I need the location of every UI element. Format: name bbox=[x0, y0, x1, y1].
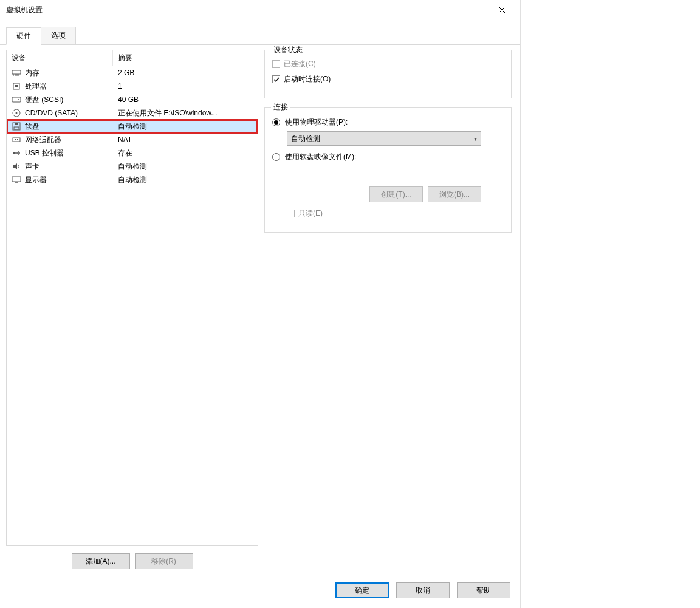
tab-options[interactable]: 选项 bbox=[41, 27, 76, 44]
device-name: 硬盘 (SCSI) bbox=[25, 95, 63, 105]
svg-rect-16 bbox=[13, 138, 20, 142]
svg-point-10 bbox=[18, 99, 19, 100]
device-row[interactable]: 网络适配器NAT bbox=[7, 133, 258, 146]
chevron-down-icon: ▾ bbox=[474, 135, 477, 142]
footer-buttons: 确定 取消 帮助 bbox=[0, 576, 520, 608]
svg-rect-17 bbox=[15, 139, 16, 140]
use-image-radio[interactable] bbox=[272, 153, 280, 161]
hdd-icon bbox=[12, 95, 21, 104]
device-name: USB 控制器 bbox=[25, 148, 64, 159]
svg-rect-24 bbox=[12, 177, 21, 182]
device-row[interactable]: 内存2 GB bbox=[7, 66, 258, 80]
device-list: 设备 摘要 内存2 GB处理器1硬盘 (SCSI)40 GBCD/DVD (SA… bbox=[6, 50, 258, 546]
check-icon bbox=[273, 77, 280, 83]
connection-group: 连接 使用物理驱动器(P): 自动检测 ▾ 使用软盘映像文件(M): 创建(T)… bbox=[264, 107, 512, 233]
memory-icon bbox=[12, 69, 21, 77]
device-summary: 自动检测 bbox=[113, 121, 258, 132]
device-name: 内存 bbox=[25, 68, 39, 78]
device-row[interactable]: 硬盘 (SCSI)40 GB bbox=[7, 93, 258, 106]
connected-checkbox bbox=[272, 60, 280, 68]
device-summary: 1 bbox=[113, 82, 258, 91]
connect-on-start-checkbox[interactable] bbox=[272, 75, 280, 83]
ok-button[interactable]: 确定 bbox=[335, 582, 389, 598]
device-row[interactable]: 显示器自动检测 bbox=[7, 173, 258, 186]
device-summary: 2 GB bbox=[113, 69, 258, 77]
device-row[interactable]: USB 控制器存在 bbox=[7, 146, 258, 160]
svg-rect-2 bbox=[12, 70, 21, 74]
device-summary: 自动检测 bbox=[113, 175, 258, 185]
floppy-icon bbox=[12, 122, 21, 131]
use-image-label: 使用软盘映像文件(M): bbox=[285, 152, 356, 162]
device-summary: NAT bbox=[113, 135, 258, 144]
vm-settings-window: 虚拟机设置 硬件 选项 设备 摘要 内存2 GB处理器1硬盘 (SCSI)40 … bbox=[0, 0, 521, 608]
device-summary: 正在使用文件 E:\ISO\window... bbox=[113, 108, 258, 118]
device-summary: 存在 bbox=[113, 148, 258, 159]
svg-rect-15 bbox=[14, 127, 19, 129]
display-icon bbox=[12, 176, 21, 184]
cancel-button[interactable]: 取消 bbox=[396, 582, 450, 598]
sound-icon bbox=[12, 162, 21, 171]
device-status-legend: 设备状态 bbox=[271, 45, 305, 55]
svg-rect-8 bbox=[15, 85, 18, 87]
readonly-checkbox bbox=[287, 210, 295, 217]
device-summary: 40 GB bbox=[113, 95, 258, 104]
image-path-input[interactable] bbox=[287, 166, 481, 180]
svg-point-12 bbox=[16, 112, 18, 114]
col-header-summary: 摘要 bbox=[113, 50, 258, 66]
close-button[interactable] bbox=[490, 1, 514, 18]
svg-point-19 bbox=[13, 152, 15, 154]
use-physical-label: 使用物理驱动器(P): bbox=[285, 117, 348, 128]
readonly-label: 只读(E) bbox=[298, 208, 323, 219]
physical-drive-dropdown[interactable]: 自动检测 ▾ bbox=[287, 131, 481, 146]
browse-button[interactable]: 浏览(B)... bbox=[428, 186, 481, 202]
connected-label: 已连接(C) bbox=[284, 59, 316, 69]
tab-bar: 硬件 选项 bbox=[0, 19, 520, 45]
cpu-icon bbox=[12, 82, 21, 91]
close-icon bbox=[498, 6, 506, 13]
device-list-header: 设备 摘要 bbox=[7, 50, 258, 66]
connection-legend: 连接 bbox=[271, 102, 290, 112]
device-row[interactable]: 声卡自动检测 bbox=[7, 160, 258, 173]
net-icon bbox=[12, 135, 21, 144]
add-button[interactable]: 添加(A)... bbox=[72, 553, 130, 569]
window-title: 虚拟机设置 bbox=[6, 5, 490, 15]
create-button[interactable]: 创建(T)... bbox=[369, 186, 423, 202]
svg-rect-14 bbox=[15, 123, 18, 125]
device-name: 网络适配器 bbox=[25, 135, 61, 145]
device-row[interactable]: 处理器1 bbox=[7, 80, 258, 93]
cd-icon bbox=[12, 109, 21, 117]
device-name: CD/DVD (SATA) bbox=[25, 109, 78, 117]
device-name: 声卡 bbox=[25, 162, 39, 172]
svg-marker-23 bbox=[13, 163, 17, 169]
remove-button[interactable]: 移除(R) bbox=[135, 553, 193, 569]
device-row[interactable]: CD/DVD (SATA)正在使用文件 E:\ISO\window... bbox=[7, 106, 258, 120]
device-summary: 自动检测 bbox=[113, 162, 258, 172]
use-physical-radio[interactable] bbox=[272, 118, 280, 126]
svg-rect-18 bbox=[17, 139, 18, 140]
col-header-device: 设备 bbox=[7, 50, 113, 66]
device-name: 处理器 bbox=[25, 81, 47, 92]
device-name: 显示器 bbox=[25, 175, 47, 185]
connect-on-start-label: 启动时连接(O) bbox=[284, 74, 331, 84]
titlebar: 虚拟机设置 bbox=[0, 0, 520, 19]
tab-hardware[interactable]: 硬件 bbox=[6, 27, 41, 45]
physical-drive-value: 自动检测 bbox=[291, 134, 320, 144]
device-row[interactable]: 软盘自动检测 bbox=[7, 120, 258, 133]
device-name: 软盘 bbox=[25, 121, 39, 132]
help-button[interactable]: 帮助 bbox=[457, 582, 510, 598]
device-status-group: 设备状态 已连接(C) 启动时连接(O) bbox=[264, 50, 512, 98]
usb-icon bbox=[12, 149, 21, 157]
